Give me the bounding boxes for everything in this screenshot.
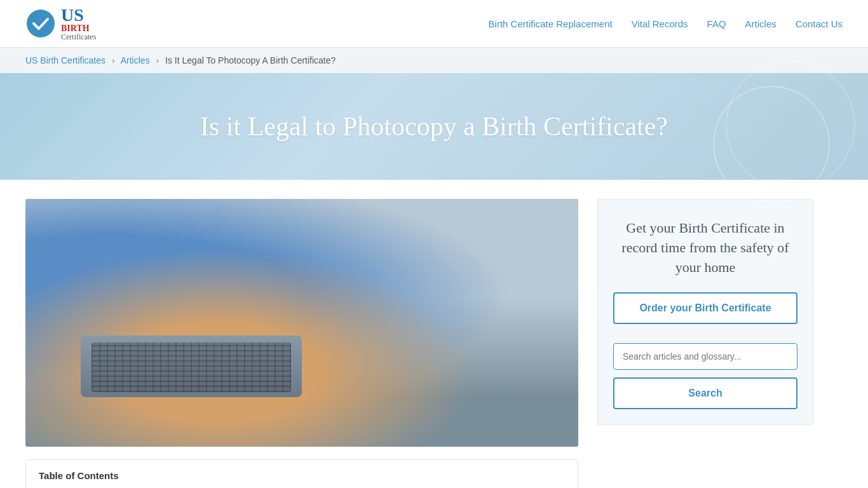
logo-birth: BIRTH xyxy=(61,24,96,33)
breadcrumb-articles[interactable]: Articles xyxy=(121,55,150,65)
hero-banner: Is it Legal to Photocopy a Birth Certifi… xyxy=(0,73,868,180)
main-nav: Birth Certificate Replacement Vital Reco… xyxy=(489,18,843,29)
table-of-contents: Table of Contents xyxy=(25,459,578,488)
nav-contact-us[interactable]: Contact Us xyxy=(796,18,843,29)
search-input[interactable] xyxy=(613,343,797,370)
logo-us: US xyxy=(61,6,96,24)
search-button[interactable]: Search xyxy=(613,377,797,409)
nav-vital-records[interactable]: Vital Records xyxy=(632,18,688,29)
main-content: Table of Contents Get your Birth Certifi… xyxy=(0,180,868,488)
sidebar-card: Get your Birth Certificate in record tim… xyxy=(597,199,813,425)
breadcrumb-sep-2: › xyxy=(156,55,159,65)
logo-text: US BIRTH Certificates xyxy=(61,6,96,41)
article-content: Table of Contents xyxy=(25,199,578,488)
order-birth-certificate-button[interactable]: Order your Birth Certificate xyxy=(613,292,797,324)
right-sidebar: Get your Birth Certificate in record tim… xyxy=(597,199,813,425)
nav-birth-certificate-replacement[interactable]: Birth Certificate Replacement xyxy=(489,18,613,29)
logo-icon xyxy=(25,8,56,39)
sidebar-promo-text: Get your Birth Certificate in record tim… xyxy=(613,219,797,277)
svg-point-0 xyxy=(27,10,55,37)
logo-certificates: Certificates xyxy=(61,33,96,41)
breadcrumb-current: Is It Legal To Photocopy A Birth Certifi… xyxy=(165,55,336,65)
site-header: US BIRTH Certificates Birth Certificate … xyxy=(0,0,868,48)
nav-articles[interactable]: Articles xyxy=(745,18,776,29)
breadcrumb: US Birth Certificates › Articles › Is It… xyxy=(0,48,868,73)
breadcrumb-sep-1: › xyxy=(112,55,115,65)
toc-title: Table of Contents xyxy=(39,470,565,481)
site-logo[interactable]: US BIRTH Certificates xyxy=(25,6,96,41)
hero-title: Is it Legal to Photocopy a Birth Certifi… xyxy=(148,111,720,142)
nav-faq[interactable]: FAQ xyxy=(707,18,726,29)
breadcrumb-home[interactable]: US Birth Certificates xyxy=(25,55,105,65)
article-image-simulation xyxy=(25,199,578,447)
article-image xyxy=(25,199,578,447)
